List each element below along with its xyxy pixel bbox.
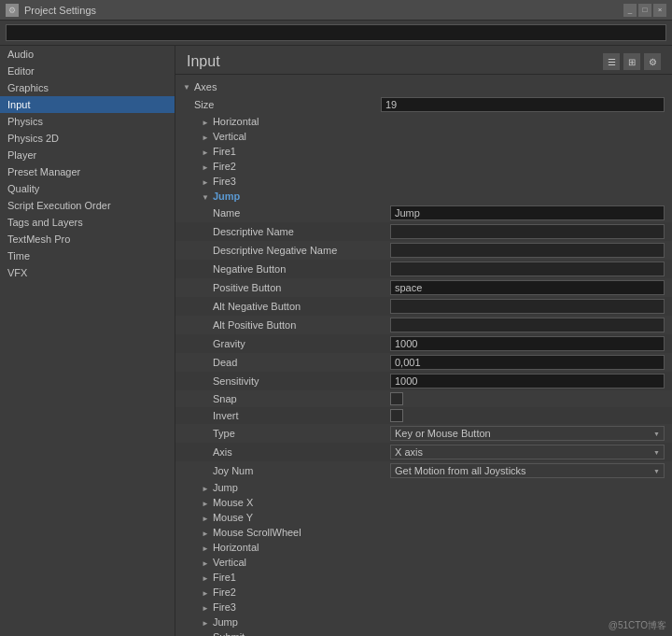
axis-item-mousescroll[interactable]: Mouse ScrollWheel <box>175 525 672 540</box>
sidebar-item-scriptexec[interactable]: Script Execution Order <box>0 197 175 214</box>
axis-item-horizontal2[interactable]: Horizontal <box>175 540 672 555</box>
sidebar-item-vfx[interactable]: VFX <box>0 264 175 281</box>
expand-icon <box>202 131 213 142</box>
prop-input-descriptivename[interactable] <box>390 224 665 239</box>
axis-item-fire3[interactable]: Fire3 <box>175 174 672 189</box>
sidebar-item-time[interactable]: Time <box>0 247 175 264</box>
window-title: Project Settings <box>24 5 96 16</box>
prop-row-snap: Snap <box>175 390 672 407</box>
prop-label-sensitivity: Sensitivity <box>213 375 390 387</box>
expand-icon <box>202 482 213 493</box>
axis-item-fire2[interactable]: Fire2 <box>175 159 672 174</box>
prop-label-axis: Axis <box>213 446 390 458</box>
prop-row-invert: Invert <box>175 407 672 424</box>
header-icon-expand[interactable]: ⊞ <box>623 53 640 70</box>
close-button[interactable]: × <box>653 4 666 17</box>
sidebar-item-physics2d[interactable]: Physics 2D <box>0 130 175 147</box>
tree-content: Axes Size Horizontal Vertical Fire1 <box>175 75 672 636</box>
search-input[interactable] <box>6 24 666 41</box>
app-icon: ⚙ <box>6 4 19 17</box>
prop-checkbox-invert[interactable] <box>390 409 403 422</box>
prop-row-descriptivenegname: Descriptive Negative Name <box>175 241 672 260</box>
expand-icon <box>202 146 213 157</box>
prop-label-altposbutton: Alt Positive Button <box>213 319 390 331</box>
expand-icon <box>202 161 213 172</box>
header-icon-settings[interactable]: ⚙ <box>644 53 661 70</box>
prop-row-axis: Axis X axis <box>175 443 672 461</box>
axis-item-vertical2[interactable]: Vertical <box>175 555 672 570</box>
prop-row-altnegbutton: Alt Negative Button <box>175 297 672 316</box>
axis-item-fire1[interactable]: Fire1 <box>175 144 672 159</box>
prop-label-dead: Dead <box>213 357 390 368</box>
prop-label-snap: Snap <box>213 393 390 404</box>
prop-row-negbutton: Negative Button <box>175 260 672 278</box>
prop-label-descriptivenegname: Descriptive Negative Name <box>213 245 390 256</box>
main-layout: Audio Editor Graphics Input Physics Phys… <box>0 46 672 636</box>
prop-input-altposbutton[interactable] <box>390 318 665 332</box>
prop-dropdown-type[interactable]: Key or Mouse Button <box>390 426 665 441</box>
axis-item-horizontal1[interactable]: Horizontal <box>175 114 672 129</box>
content-header: Input ☰ ⊞ ⚙ <box>175 46 672 75</box>
prop-label-posbutton: Positive Button <box>213 282 390 293</box>
header-icon-list[interactable]: ☰ <box>603 53 620 70</box>
sidebar-item-input[interactable]: Input <box>0 96 175 113</box>
prop-label-name: Name <box>213 207 390 219</box>
axis-item-fire1b[interactable]: Fire1 <box>175 570 672 585</box>
axis-item-fire3b[interactable]: Fire3 <box>175 600 672 615</box>
content-title: Input <box>187 53 220 70</box>
sidebar-item-textmeshpro[interactable]: TextMesh Pro <box>0 231 175 247</box>
prop-row-altposbutton: Alt Positive Button <box>175 316 672 334</box>
axis-item-fire2b[interactable]: Fire2 <box>175 585 672 600</box>
prop-label-gravity: Gravity <box>213 338 390 349</box>
prop-row-descriptivename: Descriptive Name <box>175 222 672 241</box>
axis-item-jump2[interactable]: Jump <box>175 480 672 495</box>
prop-row-name: Name <box>175 204 672 222</box>
minimize-button[interactable]: _ <box>623 4 637 17</box>
axis-item-mousex[interactable]: Mouse X <box>175 495 672 510</box>
header-icons: ☰ ⊞ ⚙ <box>603 53 661 70</box>
prop-row-posbutton: Positive Button <box>175 278 672 297</box>
prop-input-posbutton[interactable] <box>390 280 665 295</box>
sidebar-item-presetmanager[interactable]: Preset Manager <box>0 163 175 180</box>
expand-icon <box>202 116 213 127</box>
expand-icon <box>202 527 213 538</box>
maximize-button[interactable]: □ <box>638 4 651 17</box>
prop-input-sensitivity[interactable] <box>390 374 665 389</box>
axis-item-jump[interactable]: Jump <box>175 189 672 204</box>
axis-item-mousey[interactable]: Mouse Y <box>175 510 672 525</box>
sidebar-item-audio[interactable]: Audio <box>0 46 175 63</box>
sidebar-item-editor[interactable]: Editor <box>0 63 175 79</box>
sidebar-item-quality[interactable]: Quality <box>0 180 175 197</box>
prop-label-type: Type <box>213 428 390 439</box>
prop-dropdown-joynum[interactable]: Get Motion from all Joysticks <box>390 463 665 478</box>
axes-size-label: Size <box>194 99 381 110</box>
axes-size-input[interactable] <box>381 97 665 112</box>
axis-item-submit1[interactable]: Submit <box>175 629 672 636</box>
sidebar-item-graphics[interactable]: Graphics <box>0 79 175 96</box>
prop-dropdown-axis[interactable]: X axis <box>390 445 665 459</box>
prop-label-descriptivename: Descriptive Name <box>213 226 390 237</box>
sidebar-item-physics[interactable]: Physics <box>0 113 175 130</box>
sidebar-item-player[interactable]: Player <box>0 147 175 163</box>
prop-input-descriptivenegname[interactable] <box>390 243 665 258</box>
prop-input-name[interactable] <box>390 205 665 220</box>
axis-item-vertical1[interactable]: Vertical <box>175 129 672 144</box>
sidebar-item-tagsandlayers[interactable]: Tags and Layers <box>0 214 175 231</box>
prop-checkbox-snap[interactable] <box>390 392 403 405</box>
prop-input-gravity[interactable] <box>390 336 665 351</box>
axis-item-jumpb[interactable]: Jump <box>175 615 672 629</box>
prop-input-negbutton[interactable] <box>390 261 665 276</box>
expand-icon <box>202 191 213 202</box>
prop-label-invert: Invert <box>213 410 390 421</box>
prop-input-dead[interactable] <box>390 355 665 370</box>
expand-icon <box>202 176 213 187</box>
expand-icon <box>202 631 213 636</box>
prop-row-type: Type Key or Mouse Button <box>175 424 672 443</box>
prop-label-altnegbutton: Alt Negative Button <box>213 301 390 312</box>
expand-icon <box>202 512 213 523</box>
prop-label-joynum: Joy Num <box>213 465 390 476</box>
prop-label-negbutton: Negative Button <box>213 263 390 275</box>
axes-section-header[interactable]: Axes <box>175 78 672 95</box>
prop-input-altnegbutton[interactable] <box>390 299 665 314</box>
watermark: @51CTO博客 <box>609 619 666 632</box>
